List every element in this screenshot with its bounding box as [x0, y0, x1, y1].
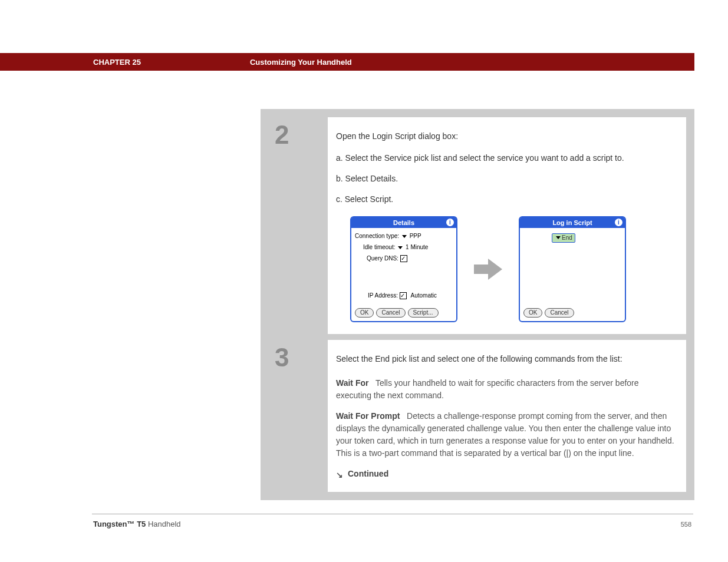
arrow-right-icon [474, 259, 502, 280]
cancel-button[interactable]: Cancel [376, 308, 405, 318]
waitforprompt-block: Wait For Prompt Detects a challenge-resp… [336, 410, 674, 459]
step-3-body: Select the End pick list and select one … [328, 340, 686, 492]
section-title: Customizing Your Handheld [250, 58, 352, 67]
chapter-header: CHAPTER 25 Customizing Your Handheld [0, 53, 694, 71]
ip-address-label: IP Address: [368, 291, 398, 300]
step2-c: c. Select Script. [336, 193, 674, 206]
chevron-down-icon[interactable] [402, 235, 407, 238]
details-titlebar: Details i [351, 217, 456, 228]
ip-address-value: Automatic [411, 292, 437, 299]
waitfor-text: Tells your handheld to wait for specific… [336, 378, 639, 400]
connection-type-row: Connection type: PPP [355, 232, 453, 240]
step2-lead: Open the Login Script dialog box: [336, 130, 674, 143]
query-dns-row: Query DNS: [355, 254, 453, 263]
script-button[interactable]: Script... [408, 308, 439, 318]
continued-arrow-icon [336, 470, 344, 478]
chevron-down-icon [556, 236, 561, 239]
end-pick-value: End [562, 233, 572, 242]
step2-a: a. Select the Service pick list and sele… [336, 152, 674, 164]
footer-product: Tungsten™ T5 Handheld [93, 520, 181, 528]
idle-timeout-row: Idle timeout: 1 Minute [355, 243, 453, 252]
page-number: 558 [681, 521, 691, 528]
script-buttons: OK Cancel [523, 308, 574, 318]
script-body: End [520, 228, 625, 245]
continued-row: Continued [336, 468, 674, 480]
query-dns-label: Query DNS: [367, 254, 398, 263]
chapter-label: CHAPTER 25 [93, 58, 141, 67]
ip-address-row: IP Address: Automatic [355, 291, 453, 300]
step-2-row: 2 Open the Login Script dialog box: a. S… [269, 117, 686, 334]
ok-button[interactable]: OK [523, 308, 542, 318]
info-icon[interactable]: i [615, 219, 622, 226]
query-dns-checkbox[interactable] [400, 255, 407, 262]
script-title: Log in Script [552, 218, 592, 228]
idle-timeout-value: 1 Minute [406, 244, 428, 250]
continued-label: Continued [348, 468, 388, 480]
connection-type-label: Connection type: [355, 232, 399, 240]
details-body: Connection type: PPP Idle timeout: 1 Min… [351, 228, 456, 300]
step-2-body: Open the Login Script dialog box: a. Sel… [328, 117, 686, 334]
login-script-window: Log in Script i End OK Cancel [519, 216, 626, 322]
steps-container: 2 Open the Login Script dialog box: a. S… [261, 109, 694, 500]
end-picklist[interactable]: End [552, 233, 575, 243]
cancel-button[interactable]: Cancel [545, 308, 574, 318]
step-number-2: 2 [269, 117, 328, 334]
step-number-3: 3 [269, 340, 328, 492]
step2-b: b. Select Details. [336, 173, 674, 185]
footer-product-bold: Tungsten™ T5 [93, 520, 146, 528]
script-titlebar: Log in Script i [520, 217, 625, 228]
connection-type-value: PPP [410, 233, 421, 239]
ok-button[interactable]: OK [355, 308, 374, 318]
step3-lead: Select the End pick list and select one … [336, 353, 674, 365]
waitforprompt-name: Wait For Prompt [336, 411, 400, 421]
screenshots-row: Details i Connection type: PPP Idle time… [350, 216, 674, 322]
ip-address-checkbox[interactable] [400, 292, 407, 299]
details-window: Details i Connection type: PPP Idle time… [350, 216, 457, 322]
details-title: Details [393, 218, 414, 228]
idle-timeout-label: Idle timeout: [363, 243, 395, 252]
chevron-down-icon[interactable] [398, 246, 403, 249]
step-3-row: 3 Select the End pick list and select on… [269, 340, 686, 492]
details-buttons: OK Cancel Script... [355, 308, 439, 318]
waitfor-name: Wait For [336, 378, 368, 388]
info-icon[interactable]: i [446, 219, 454, 226]
footer-rule [92, 514, 693, 514]
waitfor-block: Wait For Tells your handheld to wait for… [336, 377, 674, 402]
footer-product-rest: Handheld [146, 520, 180, 528]
